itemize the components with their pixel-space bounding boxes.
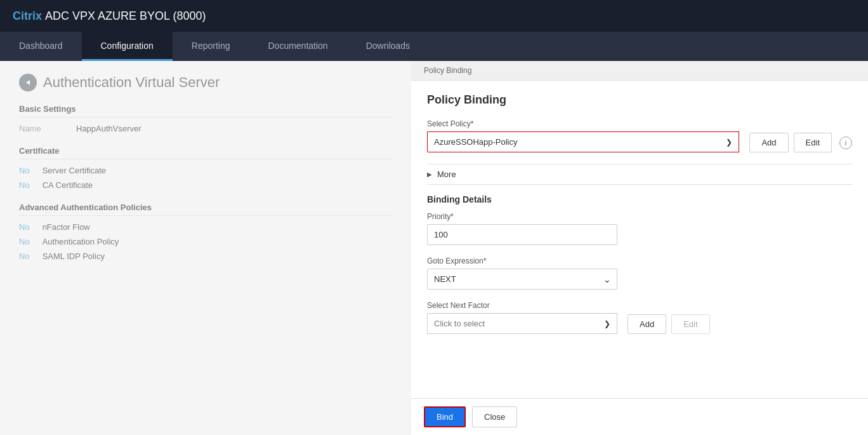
more-section: ▶ More: [427, 164, 852, 185]
select-next-factor-label: Select Next Factor: [427, 301, 852, 310]
advanced-auth-section: Advanced Authentication Policies No nFac…: [19, 203, 392, 261]
dialog-footer: Bind Close: [411, 398, 868, 435]
basic-settings-header: Basic Settings: [19, 104, 392, 117]
dialog-breadcrumb: Policy Binding: [411, 61, 868, 81]
brand-product: ADC VPX AZURE BYOL (8000): [45, 10, 206, 22]
binding-details-header: Binding Details: [427, 194, 852, 204]
certificate-header: Certificate: [19, 146, 392, 159]
page-title: Authentication Virtual Server: [43, 74, 220, 91]
header: Citrix ADC VPX AZURE BYOL (8000): [0, 0, 868, 32]
saml-idp-row: No SAML IDP Policy: [19, 251, 392, 261]
nav-item-configuration[interactable]: Configuration: [82, 32, 173, 61]
name-label: Name: [19, 124, 63, 133]
priority-group: Priority*: [427, 212, 852, 245]
select-policy-btn-group: Add Edit i: [749, 133, 852, 152]
select-policy-label: Select Policy*: [427, 119, 852, 128]
select-next-factor-row: ❯ Add Edit: [427, 313, 852, 334]
certificate-section: Certificate No Server Certificate No CA …: [19, 146, 392, 190]
page-title-row: Authentication Virtual Server: [19, 74, 392, 91]
priority-label: Priority*: [427, 212, 852, 221]
select-next-factor-input-group: ❯: [427, 313, 617, 334]
close-button[interactable]: Close: [472, 406, 517, 427]
advanced-auth-header: Advanced Authentication Policies: [19, 203, 392, 216]
ca-cert-no: No: [19, 180, 30, 190]
back-button[interactable]: [19, 74, 37, 91]
nav-item-documentation[interactable]: Documentation: [249, 32, 346, 61]
nfactor-row: No nFactor Flow: [19, 222, 392, 232]
more-label: More: [437, 170, 456, 179]
saml-idp-label: SAML IDP Policy: [43, 251, 105, 261]
more-toggle[interactable]: ▶ More: [427, 170, 852, 179]
goto-expr-label: Goto Expression*: [427, 257, 852, 265]
nfactor-no: No: [19, 222, 30, 232]
ca-cert-row: No CA Certificate: [19, 180, 392, 190]
add-policy-button[interactable]: Add: [749, 133, 788, 152]
ca-cert-label: CA Certificate: [43, 180, 93, 190]
nav-bar: Dashboard Configuration Reporting Docume…: [0, 32, 868, 61]
goto-expr-select[interactable]: NEXT END USE_INVOCATION_RESULT: [427, 269, 617, 290]
name-value: HappAuthVserver: [76, 124, 141, 133]
bind-button[interactable]: Bind: [424, 406, 466, 427]
select-next-factor-input[interactable]: [427, 313, 598, 334]
server-cert-row: No Server Certificate: [19, 166, 392, 175]
policy-binding-panel: Policy Binding Policy Binding Select Pol…: [411, 61, 868, 435]
info-icon[interactable]: i: [839, 137, 852, 149]
goto-expr-select-wrapper: NEXT END USE_INVOCATION_RESULT ⌄: [427, 269, 617, 290]
more-triangle-icon: ▶: [427, 171, 432, 178]
select-next-factor-group: Select Next Factor ❯ Add Edit: [427, 301, 852, 334]
edit-policy-button[interactable]: Edit: [794, 133, 832, 152]
left-panel: Authentication Virtual Server Basic Sett…: [0, 61, 411, 435]
server-cert-label: Server Certificate: [43, 166, 106, 175]
nav-item-downloads[interactable]: Downloads: [347, 32, 429, 61]
goto-expr-group: Goto Expression* NEXT END USE_INVOCATION…: [427, 257, 852, 290]
nav-item-dashboard[interactable]: Dashboard: [0, 32, 82, 61]
auth-policy-no: No: [19, 237, 30, 246]
brand-title: Citrix ADC VPX AZURE BYOL (8000): [13, 10, 206, 23]
priority-input[interactable]: [427, 224, 617, 245]
add-next-factor-button[interactable]: Add: [628, 314, 666, 334]
svg-marker-0: [26, 80, 30, 85]
saml-idp-no: No: [19, 251, 30, 261]
edit-next-factor-button: Edit: [671, 314, 709, 334]
binding-details-group: Binding Details Priority* Goto Expressio…: [427, 194, 852, 334]
basic-settings-section: Basic Settings Name HappAuthVserver: [19, 104, 392, 133]
select-next-factor-arrow-button[interactable]: ❯: [598, 313, 617, 334]
auth-policy-row: No Authentication Policy: [19, 237, 392, 246]
dialog-title: Policy Binding: [427, 93, 852, 107]
nav-item-reporting[interactable]: Reporting: [173, 32, 249, 61]
name-field-row: Name HappAuthVserver: [19, 124, 392, 133]
dialog-content: Policy Binding Select Policy* ❯ Add Edit…: [411, 81, 868, 398]
server-cert-no: No: [19, 166, 30, 175]
next-factor-btn-group: Add Edit: [628, 314, 710, 334]
brand-citrix: Citrix: [13, 10, 42, 22]
select-policy-row: ❯ Add Edit i: [427, 131, 852, 152]
select-policy-input-group: ❯: [427, 131, 739, 152]
select-policy-arrow-button[interactable]: ❯: [720, 131, 739, 152]
select-policy-input[interactable]: [427, 131, 720, 152]
main-content: Authentication Virtual Server Basic Sett…: [0, 61, 868, 435]
select-policy-group: Select Policy* ❯ Add Edit i: [427, 119, 852, 152]
nfactor-label: nFactor Flow: [43, 222, 90, 232]
auth-policy-label: Authentication Policy: [43, 237, 119, 246]
